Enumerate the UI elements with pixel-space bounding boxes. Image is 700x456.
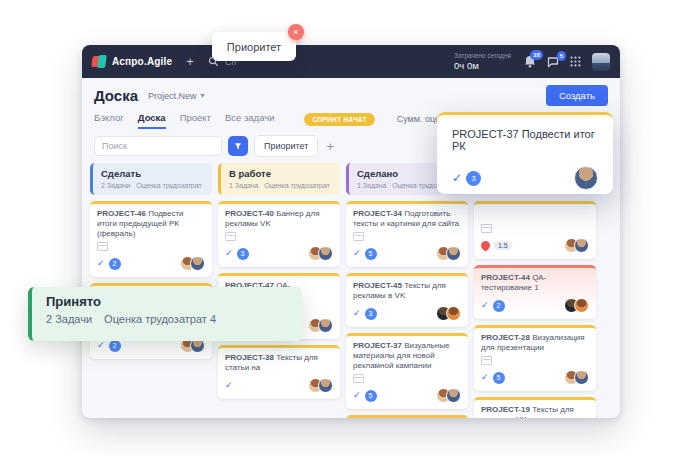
avatar xyxy=(318,378,333,393)
column-accepted: 1.5 PROJECT-44 QA-тестирование 1 ✓2 PROJ… xyxy=(474,163,596,418)
check-icon: ✓ xyxy=(97,341,105,350)
column-done: Сделано 1 ЗадачаОценка трудозатрат PROJE… xyxy=(346,163,468,418)
estimate-badge: 3 xyxy=(466,171,481,186)
chevron-down-icon: ▾ xyxy=(201,91,205,100)
add-filter-icon[interactable]: + xyxy=(326,139,334,154)
description-icon xyxy=(97,242,108,251)
check-icon: ✓ xyxy=(225,381,233,390)
tab-all-tasks[interactable]: Все задачи xyxy=(225,112,275,129)
check-icon: ✓ xyxy=(353,309,361,318)
column-header: В работе 1 ЗадачаОценка трудозатрат 3 xyxy=(218,163,340,195)
avatar xyxy=(574,298,589,313)
description-icon xyxy=(481,224,492,233)
avatar xyxy=(190,256,205,271)
task-card[interactable]: PROJECT-34 Подготовить тексты и картинки… xyxy=(346,201,468,267)
tab-project[interactable]: Проект xyxy=(180,112,211,129)
sprint-status-badge: СПРИНТ НАЧАТ xyxy=(304,113,374,126)
task-card[interactable]: PROJECT-45 Тексты для рекламы в VK ✓3 xyxy=(346,273,468,327)
project-select[interactable]: Project.New ▾ xyxy=(148,91,205,101)
task-card-popup[interactable]: PROJECT-37 Подвести итог РК ✓3 xyxy=(437,112,613,194)
task-card[interactable]: PROJECT-44 QA-тестирование 1 ✓2 xyxy=(474,265,596,319)
estimate-badge: 2 xyxy=(109,340,121,352)
messages-button[interactable]: 5 xyxy=(547,56,559,68)
time-tracker[interactable]: Затрачено сегодня 0ч 0м xyxy=(454,52,511,71)
description-icon xyxy=(353,232,364,241)
apps-grid-icon[interactable] xyxy=(570,56,581,67)
overdue-badge: 1.5 xyxy=(494,241,512,250)
user-avatar[interactable] xyxy=(592,53,610,71)
close-icon[interactable]: × xyxy=(288,24,304,40)
estimate-badge: 5 xyxy=(365,390,377,402)
notifications-badge: 28 xyxy=(530,50,543,60)
avatar xyxy=(574,166,598,190)
avatar xyxy=(318,318,333,333)
avatar xyxy=(318,246,333,261)
description-icon xyxy=(353,374,364,383)
task-card[interactable]: PROJECT-46 Подвести итоги предыдущей РК … xyxy=(90,201,212,277)
task-card[interactable]: PROJECT-19 Тексты для рекламы VK ✓5 xyxy=(474,397,596,418)
task-card[interactable]: PROJECT-28 Визуализация для презентации … xyxy=(474,325,596,391)
check-icon: ✓ xyxy=(225,249,233,258)
task-card[interactable]: PROJECT-38 Тексты для статьи на ✓ xyxy=(218,345,340,399)
add-task-icon[interactable]: + xyxy=(186,55,194,68)
task-card[interactable]: PROJECT-23 Итоги РК ✓5 xyxy=(346,415,468,418)
board-toolbar: Доска Project.New ▾ Создать xyxy=(82,78,620,106)
app-name: Аспро.Agile xyxy=(112,56,172,67)
estimate-badge: 5 xyxy=(365,248,377,260)
priority-tooltip: Приоритет × xyxy=(212,32,296,61)
app-logo-icon xyxy=(92,55,106,68)
app-window: Аспро.Agile + Сп Затрачено сегодня 0ч 0м… xyxy=(82,45,620,418)
avatar xyxy=(446,246,461,261)
filter-button[interactable] xyxy=(228,136,248,156)
app-header: Аспро.Agile + Сп Затрачено сегодня 0ч 0м… xyxy=(82,45,620,78)
check-icon: ✓ xyxy=(353,249,361,258)
search-input[interactable] xyxy=(94,136,222,156)
estimate-badge: 5 xyxy=(493,372,505,384)
task-card[interactable]: PROJECT-40 Баннер для рекламы VK ✓3 xyxy=(218,201,340,267)
avatar xyxy=(446,388,461,403)
description-icon xyxy=(481,356,492,365)
estimate-badge: 3 xyxy=(237,248,249,260)
task-card[interactable]: PROJECT-37 Визуальные материалы для ново… xyxy=(346,333,468,409)
notifications-button[interactable]: 28 xyxy=(524,55,536,68)
create-button[interactable]: Создать xyxy=(546,85,608,106)
accepted-column-callout: Принято 2 ЗадачиОценка трудозатрат 4 xyxy=(28,287,302,341)
check-icon: ✓ xyxy=(452,172,462,184)
page-title: Доска xyxy=(94,87,138,104)
check-icon: ✓ xyxy=(481,373,489,382)
avatar xyxy=(446,306,461,321)
task-card[interactable]: 1.5 xyxy=(474,201,596,259)
avatar xyxy=(574,238,589,253)
column-header: Сделать 2 ЗадачиОценка трудозатрат 4 xyxy=(90,163,212,195)
check-icon: ✓ xyxy=(353,391,361,400)
estimate-badge: 2 xyxy=(109,258,121,270)
description-icon xyxy=(225,232,236,241)
avatar xyxy=(574,370,589,385)
overdue-icon xyxy=(479,239,492,252)
tab-board[interactable]: Доска xyxy=(138,112,166,129)
priority-filter-chip[interactable]: Приоритет xyxy=(254,135,318,157)
messages-badge: 5 xyxy=(557,51,566,61)
check-icon: ✓ xyxy=(481,301,489,310)
estimate-badge: 3 xyxy=(365,308,377,320)
funnel-icon xyxy=(234,141,242,151)
tab-backlog[interactable]: Бэклог xyxy=(94,112,124,129)
check-icon: ✓ xyxy=(97,259,105,268)
estimate-badge: 2 xyxy=(493,300,505,312)
